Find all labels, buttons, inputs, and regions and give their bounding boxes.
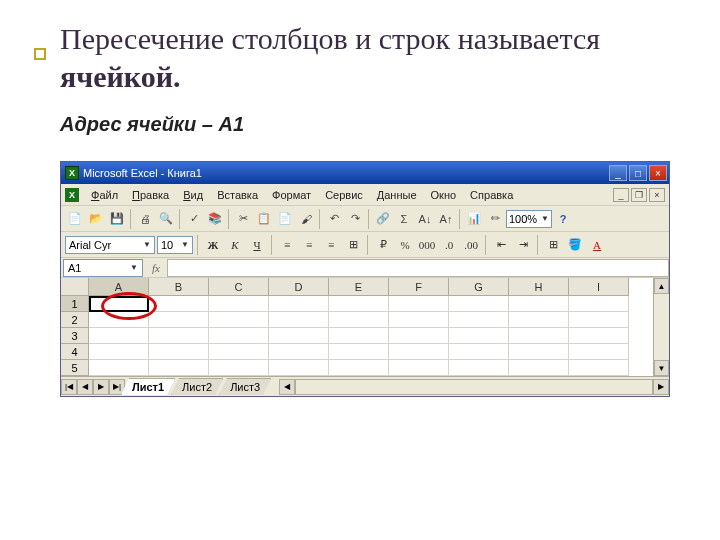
first-sheet-icon[interactable]: |◀ (61, 379, 77, 395)
inc-indent-icon[interactable]: ⇥ (513, 235, 533, 255)
cell[interactable] (389, 344, 449, 360)
drawing-icon[interactable]: ✏ (485, 209, 505, 229)
print-icon[interactable]: 🖨 (135, 209, 155, 229)
scroll-down-icon[interactable]: ▼ (654, 360, 669, 376)
cell[interactable] (209, 312, 269, 328)
column-header[interactable]: B (149, 278, 209, 296)
cell[interactable] (89, 312, 149, 328)
doc-icon[interactable]: X (65, 188, 79, 202)
cell[interactable] (329, 360, 389, 376)
cell[interactable] (89, 328, 149, 344)
horizontal-scrollbar[interactable]: ◀ ▶ (279, 379, 669, 395)
sheet-tab-2[interactable]: Лист2 (171, 378, 223, 395)
column-header[interactable]: G (449, 278, 509, 296)
preview-icon[interactable]: 🔍 (156, 209, 176, 229)
cell[interactable] (329, 344, 389, 360)
scroll-up-icon[interactable]: ▲ (654, 278, 669, 294)
select-all-corner[interactable] (61, 278, 89, 296)
cell[interactable] (149, 296, 209, 312)
menu-data[interactable]: Данные (371, 187, 423, 203)
cell[interactable] (209, 328, 269, 344)
autosum-icon[interactable]: Σ (394, 209, 414, 229)
cell[interactable] (389, 328, 449, 344)
scroll-left-icon[interactable]: ◀ (279, 379, 295, 395)
font-size-select[interactable]: 10▼ (157, 236, 193, 254)
menu-help[interactable]: Справка (464, 187, 519, 203)
column-header[interactable]: F (389, 278, 449, 296)
row-header[interactable]: 2 (61, 312, 89, 328)
column-header[interactable]: E (329, 278, 389, 296)
borders-icon[interactable]: ⊞ (543, 235, 563, 255)
dec-indent-icon[interactable]: ⇤ (491, 235, 511, 255)
close-button[interactable]: × (649, 165, 667, 181)
font-color-icon[interactable]: A (587, 235, 607, 255)
row-header[interactable]: 4 (61, 344, 89, 360)
menu-file[interactable]: Файл (85, 187, 124, 203)
cell[interactable] (209, 344, 269, 360)
menu-window[interactable]: Окно (425, 187, 463, 203)
sheet-tab-1[interactable]: Лист1 (121, 378, 175, 395)
maximize-button[interactable]: □ (629, 165, 647, 181)
cell[interactable] (509, 296, 569, 312)
cell[interactable] (509, 344, 569, 360)
comma-icon[interactable]: 000 (417, 235, 437, 255)
cell[interactable] (89, 360, 149, 376)
redo-icon[interactable]: ↷ (345, 209, 365, 229)
column-header[interactable]: H (509, 278, 569, 296)
next-sheet-icon[interactable]: ▶ (93, 379, 109, 395)
cell[interactable] (449, 312, 509, 328)
doc-close-button[interactable]: × (649, 188, 665, 202)
bold-button[interactable]: Ж (203, 235, 223, 255)
copy-icon[interactable]: 📋 (254, 209, 274, 229)
cell[interactable] (149, 360, 209, 376)
undo-icon[interactable]: ↶ (324, 209, 344, 229)
help-icon[interactable]: ? (553, 209, 573, 229)
cell[interactable] (209, 296, 269, 312)
merge-icon[interactable]: ⊞ (343, 235, 363, 255)
cell[interactable] (149, 344, 209, 360)
row-header[interactable]: 3 (61, 328, 89, 344)
cell[interactable] (449, 328, 509, 344)
cell[interactable] (329, 296, 389, 312)
column-header[interactable]: I (569, 278, 629, 296)
cell[interactable] (449, 360, 509, 376)
paste-icon[interactable]: 📄 (275, 209, 295, 229)
menu-format[interactable]: Формат (266, 187, 317, 203)
align-right-icon[interactable]: ≡ (321, 235, 341, 255)
cell[interactable] (149, 328, 209, 344)
formula-input[interactable] (167, 259, 669, 277)
cell[interactable] (569, 312, 629, 328)
scroll-track[interactable] (654, 294, 669, 360)
cell[interactable] (89, 296, 149, 312)
cell[interactable] (389, 296, 449, 312)
titlebar[interactable]: X Microsoft Excel - Книга1 _ □ × (61, 162, 669, 184)
cell[interactable] (269, 344, 329, 360)
align-center-icon[interactable]: ≡ (299, 235, 319, 255)
cell[interactable] (329, 328, 389, 344)
doc-minimize-button[interactable]: _ (613, 188, 629, 202)
cell[interactable] (569, 296, 629, 312)
cell[interactable] (569, 328, 629, 344)
menu-view[interactable]: Вид (177, 187, 209, 203)
currency-icon[interactable]: ₽ (373, 235, 393, 255)
save-icon[interactable]: 💾 (107, 209, 127, 229)
cell[interactable] (509, 360, 569, 376)
sort-desc-icon[interactable]: A↑ (436, 209, 456, 229)
hscroll-track[interactable] (295, 379, 653, 395)
percent-icon[interactable]: % (395, 235, 415, 255)
menu-tools[interactable]: Сервис (319, 187, 369, 203)
doc-restore-button[interactable]: ❐ (631, 188, 647, 202)
chart-icon[interactable]: 📊 (464, 209, 484, 229)
cell[interactable] (449, 296, 509, 312)
cell[interactable] (269, 328, 329, 344)
prev-sheet-icon[interactable]: ◀ (77, 379, 93, 395)
sheet-tab-3[interactable]: Лист3 (219, 378, 271, 395)
open-icon[interactable]: 📂 (86, 209, 106, 229)
cell[interactable] (149, 312, 209, 328)
column-header[interactable]: D (269, 278, 329, 296)
scroll-right-icon[interactable]: ▶ (653, 379, 669, 395)
cell[interactable] (269, 296, 329, 312)
zoom-select[interactable]: 100%▼ (506, 210, 552, 228)
cell[interactable] (329, 312, 389, 328)
row-header[interactable]: 5 (61, 360, 89, 376)
